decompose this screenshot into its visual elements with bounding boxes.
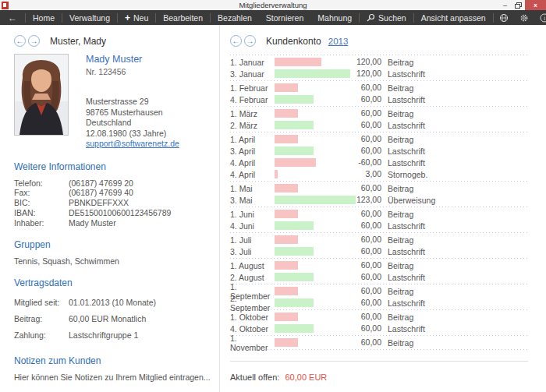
member-number: Nr. 123456 <box>86 67 179 76</box>
menu-neu-label: Neu <box>133 13 148 23</box>
menu-neu[interactable]: + Neu <box>118 10 155 25</box>
transaction-row[interactable]: 3. Mai123,00Überweisung <box>230 194 528 206</box>
member-email-link[interactable]: support@softwarenetz.de <box>86 139 179 148</box>
transaction-amount: 60,00 <box>275 220 381 231</box>
transaction-row[interactable]: 3. Januar120,00Lastschrift <box>230 68 528 79</box>
transaction-row[interactable]: 2. September60,00Lastschrift <box>230 297 528 309</box>
globe-icon <box>499 13 509 23</box>
transaction-group: 1. September60,00Beitrag2. September60,0… <box>230 284 528 309</box>
transaction-row[interactable]: 1. Mai60,00Beitrag <box>230 182 528 194</box>
transaction-bar-cell: 60,00 <box>275 94 381 105</box>
info-row-fax: Fax: (06187) 47699 40 <box>14 188 219 198</box>
info-row-inhaber: Inhaber: Mady Muster <box>14 218 219 228</box>
transaction-amount: 60,00 <box>275 119 381 131</box>
member-nav-title: Muster, Mady <box>50 36 106 47</box>
transaction-bar-cell: 60,00 <box>275 311 381 323</box>
transaction-row[interactable]: 1. Februar60,00Beitrag <box>230 82 528 94</box>
transaction-type: Beitrag <box>388 261 413 270</box>
transaction-type: Lastschrift <box>388 121 425 130</box>
gruppen-value: Tennis, Squash, Schwimmen <box>14 256 219 266</box>
address-line: 98765 Musterhausen <box>86 108 179 118</box>
transaction-row[interactable]: 1. Januar120,00Beitrag <box>230 56 528 68</box>
menu-suchen-label: Suchen <box>378 13 406 23</box>
dotted-separator <box>230 349 528 350</box>
transaction-group: 1. November60,00Beitrag <box>230 336 528 349</box>
restore-button[interactable] <box>512 0 525 10</box>
contract-label: Beitrag: <box>14 311 69 327</box>
member-card: Mady Muster Nr. 123456 Musterstrasse 29 … <box>14 54 219 150</box>
settings-button[interactable] <box>514 13 534 23</box>
transaction-group: 1. Juli60,00Beitrag3. Juli60,00Lastschri… <box>230 233 528 258</box>
transaction-row[interactable]: 3. April60,00Lastschrift <box>230 145 528 157</box>
transaction-type: Beitrag <box>388 109 413 118</box>
contract-value: 01.01.2013 (10 Monate) <box>69 295 156 311</box>
member-photo <box>14 54 69 136</box>
menu-bearbeiten[interactable]: Bearbeiten <box>156 10 210 25</box>
transaction-amount: 60,00 <box>275 145 381 157</box>
transaction-row[interactable]: 3. Juli60,00Lastschrift <box>230 245 528 257</box>
menu-stornieren[interactable]: Stornieren <box>259 10 310 25</box>
transaction-bar-cell: 60,00 <box>275 245 381 257</box>
member-nav: ← → Muster, Mady <box>14 35 219 47</box>
transaction-row[interactable]: 1. August60,00Beitrag <box>230 260 528 271</box>
contract-row-zahlung: Zahlung: Lastschriftgruppe 1 <box>14 327 219 344</box>
menu-bezahlen[interactable]: Bezahlen <box>211 10 259 25</box>
address-line: Musterstrasse 29 <box>86 97 179 108</box>
transaction-row[interactable]: 1. November60,00Beitrag <box>230 337 528 348</box>
window-title: Mitgliederverwaltung <box>0 0 546 10</box>
transaction-date: 1. August <box>230 261 275 270</box>
back-button[interactable]: ← <box>0 10 25 25</box>
transaction-bar-cell: 60,00 <box>275 208 381 220</box>
transaction-row[interactable]: 1. Juli60,00Beitrag <box>230 234 528 245</box>
account-prev-button[interactable]: ← <box>230 35 242 47</box>
member-prev-button[interactable]: ← <box>14 35 26 47</box>
transaction-amount: 60,00 <box>275 208 381 220</box>
account-nav: ← → Kundenkonto 2013 <box>230 35 528 47</box>
transaction-row[interactable]: 2. März60,00Lastschrift <box>230 119 528 131</box>
transaction-type: Lastschrift <box>388 247 425 256</box>
menu-verwaltung[interactable]: Verwaltung <box>62 10 117 25</box>
transaction-row[interactable]: 4. Oktober60,00Lastschrift <box>230 323 528 334</box>
menu-home[interactable]: Home <box>26 10 62 25</box>
svg-text:i: i <box>543 15 545 22</box>
globe-button[interactable] <box>494 13 514 23</box>
menu-mahnung[interactable]: Mahnung <box>310 10 359 25</box>
transaction-group: 1. März60,00Beitrag2. März60,00Lastschri… <box>230 107 528 132</box>
transaction-bar-cell: 60,00 <box>275 119 381 131</box>
transaction-row[interactable]: 4. Juni60,00Lastschrift <box>230 220 528 231</box>
account-year-link[interactable]: 2013 <box>328 37 349 46</box>
contract-label: Mitglied seit: <box>14 295 69 311</box>
transaction-amount: 123,00 <box>275 194 381 206</box>
transaction-amount: 120,00 <box>275 56 381 68</box>
close-button[interactable]: x <box>525 0 546 10</box>
transaction-amount: 60,00 <box>275 311 381 323</box>
transaction-amount: 60,00 <box>275 271 381 283</box>
notizen-text[interactable]: Hier können Sie Notizen zu Ihrem Mitglie… <box>14 373 219 382</box>
transaction-row[interactable]: 1. März60,00Beitrag <box>230 108 528 119</box>
account-next-button[interactable]: → <box>244 35 256 47</box>
transaction-row[interactable]: 2. August60,00Lastschrift <box>230 271 528 283</box>
transaction-row[interactable]: 4. April-60,00Lastschrift <box>230 157 528 168</box>
transaction-row[interactable]: 1. Juni60,00Beitrag <box>230 208 528 220</box>
member-panel: ← → Muster, Mady Mad <box>0 25 220 392</box>
transaction-row[interactable]: 1. Oktober60,00Beitrag <box>230 311 528 323</box>
ansicht-anpassen-button[interactable]: Ansicht anpassen <box>414 10 493 25</box>
transaction-row[interactable]: 1. September60,00Beitrag <box>230 285 528 297</box>
transaction-row[interactable]: 4. April3,00Stornogeb. <box>230 168 528 180</box>
info-button[interactable]: i <box>534 13 546 23</box>
transaction-bar-cell: 60,00 <box>275 271 381 283</box>
section-weitere-informationen: Weitere Informationen <box>14 161 219 172</box>
title-bar: Mitgliederverwaltung – x <box>0 0 546 10</box>
transaction-row[interactable]: 4. Februar60,00Lastschrift <box>230 94 528 105</box>
section-notizen: Notizen zum Kunden <box>14 355 219 366</box>
info-value: (06187) 47699 20 <box>69 178 133 189</box>
transaction-bar-cell: 120,00 <box>275 56 381 68</box>
menu-suchen[interactable]: Suchen <box>360 10 413 25</box>
member-next-button[interactable]: → <box>28 35 40 47</box>
transaction-date: 2. März <box>230 121 275 130</box>
transaction-row[interactable]: 1. April60,00Beitrag <box>230 133 528 145</box>
minimize-button[interactable]: – <box>498 0 512 10</box>
transaction-type: Lastschrift <box>388 158 425 168</box>
member-birthdate: 12.08.1980 (33 Jahre) <box>86 129 179 139</box>
transaction-amount: 60,00 <box>275 182 381 194</box>
